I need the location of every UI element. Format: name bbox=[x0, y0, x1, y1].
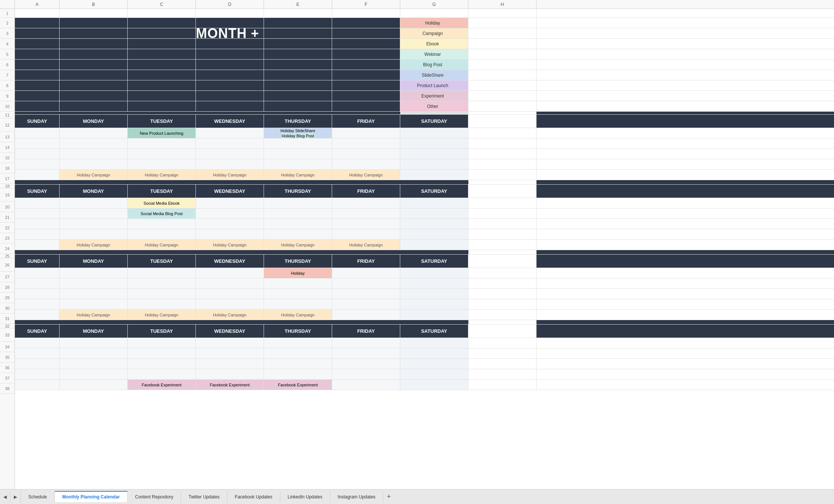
cell-r5-a bbox=[15, 49, 60, 59]
cell-r38-b bbox=[60, 380, 128, 390]
row-18-sep bbox=[15, 180, 834, 185]
cell-r7-d bbox=[196, 70, 264, 80]
cell-r37-d bbox=[196, 369, 264, 379]
cell-r27-b bbox=[60, 268, 128, 278]
calendar-title: [INSERT MONTH + YEAR] bbox=[196, 28, 264, 38]
cell-r23-d bbox=[196, 229, 264, 239]
cell-r6-e bbox=[264, 60, 332, 70]
event-campaign-mon-w1: Holiday Campaign bbox=[60, 170, 128, 180]
cell-r27-g bbox=[400, 268, 468, 278]
day-header-tuesday-w3: TUESDAY bbox=[128, 255, 196, 268]
cell-r13-b bbox=[60, 128, 128, 138]
cell-r8-a bbox=[15, 80, 60, 90]
tab-monthly-planning-calendar[interactable]: Monthly Planning Calendar bbox=[55, 491, 128, 502]
cell-r37-e bbox=[264, 369, 332, 379]
cell-r3-c bbox=[128, 28, 196, 38]
cell-r15-c bbox=[128, 149, 196, 159]
day-header-friday-w2: FRIDAY bbox=[332, 185, 400, 198]
cell-r9-h bbox=[468, 91, 537, 101]
cell-r17-h bbox=[468, 170, 537, 180]
row-21: Social Media Blog Post bbox=[15, 208, 834, 219]
row-8: Product Launch bbox=[15, 80, 834, 91]
tab-facebook-updates[interactable]: Facebook Updates bbox=[227, 491, 280, 503]
day-header-saturday-w1: SATURDAY bbox=[400, 115, 468, 128]
cell-r37-h bbox=[468, 369, 537, 379]
event-social-blogpost: Social Media Blog Post bbox=[128, 208, 196, 218]
cell-r31-a bbox=[15, 310, 60, 320]
event-campaign-wed-w3: Holiday Campaign bbox=[196, 310, 264, 320]
cell-r10-d bbox=[196, 101, 264, 111]
row-15 bbox=[15, 149, 834, 159]
cell-r5-c bbox=[128, 49, 196, 59]
corner-spacer bbox=[0, 0, 15, 9]
day-header-saturday-w4: SATURDAY bbox=[400, 325, 468, 338]
cell-r6-b bbox=[60, 60, 128, 70]
tab-prev-btn[interactable]: ◀ bbox=[0, 491, 10, 503]
tab-linkedin-updates[interactable]: LinkedIn Updates bbox=[280, 491, 330, 503]
event-new-product-launch: New Product Launching bbox=[128, 128, 196, 138]
cell-r7-c bbox=[128, 70, 196, 80]
cell-r30-f bbox=[332, 299, 400, 309]
cell-r13-a bbox=[15, 128, 60, 138]
cell-r11-a bbox=[15, 112, 60, 114]
cell-r23-g bbox=[400, 229, 468, 239]
row-2: Holiday bbox=[15, 18, 834, 28]
cell-r28-b bbox=[60, 278, 128, 288]
tab-add-btn[interactable]: + bbox=[383, 491, 394, 503]
row-36 bbox=[15, 359, 834, 369]
event-holiday-w3: Holiday bbox=[264, 268, 332, 278]
cell-r21-a bbox=[15, 208, 60, 218]
cell-r4-e bbox=[264, 39, 332, 49]
row-17: Holiday Campaign Holiday Campaign Holida… bbox=[15, 170, 834, 180]
day-header-sunday-w3: SUNDAY bbox=[15, 255, 60, 268]
col-header-f: F bbox=[332, 0, 400, 9]
cell-r30-e bbox=[264, 299, 332, 309]
event-campaign-thu-w2: Holiday Campaign bbox=[264, 240, 332, 250]
cell-r30-b bbox=[60, 299, 128, 309]
cell-r28-f bbox=[332, 278, 400, 288]
cell-r6-d bbox=[196, 60, 264, 70]
cell-r1-d bbox=[196, 9, 264, 17]
day-header-friday-w4: FRIDAY bbox=[332, 325, 400, 338]
main-area: 1 2 3 4 5 6 7 8 9 10 11 12 13 14 15 16 1… bbox=[0, 9, 834, 489]
cell-r29-g bbox=[400, 289, 468, 299]
cell-r8-g: Product Launch bbox=[400, 80, 468, 90]
event-fb-experiment-wed: Facebook Experiment bbox=[196, 380, 264, 390]
tab-content-repository[interactable]: Content Repository bbox=[128, 491, 181, 503]
cell-r1-f bbox=[332, 9, 400, 17]
cell-r14-c bbox=[128, 138, 196, 149]
cell-r29-f bbox=[332, 289, 400, 299]
cell-r27-c bbox=[128, 268, 196, 278]
tab-twitter-updates[interactable]: Twitter Updates bbox=[181, 491, 227, 503]
cell-r21-f bbox=[332, 208, 400, 218]
cell-r30-d bbox=[196, 299, 264, 309]
cell-r5-e bbox=[264, 49, 332, 59]
cell-r21-d bbox=[196, 208, 264, 218]
cell-r10-b bbox=[60, 101, 128, 111]
tab-instagram-updates[interactable]: Instagram Updates bbox=[330, 491, 383, 503]
cell-r17-a bbox=[15, 170, 60, 180]
row-numbers: 1 2 3 4 5 6 7 8 9 10 11 12 13 14 15 16 1… bbox=[0, 9, 15, 489]
tab-next-btn[interactable]: ▶ bbox=[10, 491, 21, 503]
cell-r7-a bbox=[15, 70, 60, 80]
event-social-ebook: Social Media Ebook bbox=[128, 198, 196, 208]
event-campaign-mon-w3: Holiday Campaign bbox=[60, 310, 128, 320]
tab-schedule[interactable]: Schedule bbox=[21, 491, 55, 503]
row-23 bbox=[15, 229, 834, 240]
cell-r14-d bbox=[196, 138, 264, 149]
row-37 bbox=[15, 369, 834, 380]
cell-r35-e bbox=[264, 348, 332, 358]
cell-r29-a bbox=[15, 289, 60, 299]
row-28 bbox=[15, 278, 834, 289]
day-header-saturday-w3: SATURDAY bbox=[400, 255, 468, 268]
cell-r23-e bbox=[264, 229, 332, 239]
cell-r9-d bbox=[196, 91, 264, 101]
cell-r21-h bbox=[468, 208, 537, 218]
column-headers: A B C D E F G H bbox=[0, 0, 834, 9]
cell-r28-g bbox=[400, 278, 468, 288]
row-13: New Product Launching Holiday SlideShare… bbox=[15, 128, 834, 138]
day-header-thursday-w1: THURSDAY bbox=[264, 115, 332, 128]
cell-r6-g: Blog Post bbox=[400, 60, 468, 70]
cell-r20-d bbox=[196, 198, 264, 208]
cell-r36-e bbox=[264, 359, 332, 369]
